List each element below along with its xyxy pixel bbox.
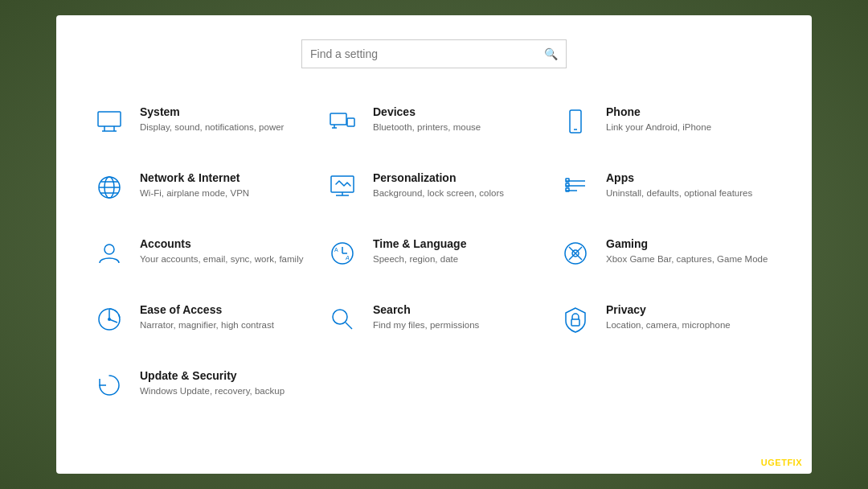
settings-item-update[interactable]: Update & Security Windows Update, recove… [88,364,313,406]
item-title-ease: Ease of Access [140,303,274,316]
item-title-search: Search [373,303,479,316]
item-subtitle-apps: Uninstall, defaults, optional features [606,187,752,199]
item-title-accounts: Accounts [140,237,303,250]
item-text-phone: Phone Link your Android, iPhone [606,105,711,134]
item-subtitle-time: Speech, region, date [373,253,466,265]
svg-rect-23 [566,188,569,191]
personalization-icon [326,171,358,203]
network-icon [93,171,125,203]
item-text-system: System Display, sound, notifications, po… [140,105,284,134]
apps-icon [559,171,592,203]
item-subtitle-ease: Narrator, magnifier, high contrast [140,318,274,331]
item-title-update: Update & Security [140,369,285,382]
item-text-ease: Ease of Access Narrator, magnifier, high… [140,303,274,331]
item-text-gaming: Gaming Xbox Game Bar, captures, Game Mod… [606,237,768,265]
svg-rect-5 [347,118,354,126]
svg-rect-0 [98,112,121,126]
item-subtitle-system: Display, sound, notifications, power [140,121,284,134]
item-title-network: Network & Internet [140,171,249,184]
search-icon: 🔍 [544,47,558,60]
settings-item-privacy[interactable]: Privacy Location, camera, microphone [555,298,780,340]
svg-point-38 [333,310,347,324]
settings-window: 🔍 System Display, sound, notifications, … [56,15,812,474]
settings-item-accounts[interactable]: Accounts Your accounts, email, sync, wor… [88,232,313,274]
item-subtitle-network: Wi-Fi, airplane mode, VPN [140,187,249,199]
item-text-time: Time & Language Speech, region, date [373,237,466,265]
item-title-gaming: Gaming [606,237,768,250]
item-title-apps: Apps [606,171,752,184]
svg-rect-4 [330,113,346,125]
svg-point-37 [108,318,111,321]
item-subtitle-personalization: Background, lock screen, colors [373,187,504,199]
search-bar-container: 🔍 [88,39,780,68]
svg-text:A: A [345,255,350,261]
item-title-devices: Devices [373,105,481,118]
item-subtitle-devices: Bluetooth, printers, mouse [373,121,481,134]
svg-rect-22 [566,183,569,187]
time-icon: AA [326,237,358,269]
item-text-apps: Apps Uninstall, defaults, optional featu… [606,171,752,199]
settings-item-network[interactable]: Network & Internet Wi-Fi, airplane mode,… [88,166,313,208]
item-title-privacy: Privacy [606,303,731,316]
settings-item-time[interactable]: AA Time & Language Speech, region, date [321,232,547,274]
settings-item-phone[interactable]: Phone Link your Android, iPhone [555,101,780,142]
item-title-phone: Phone [606,105,711,118]
settings-item-devices[interactable]: Devices Bluetooth, printers, mouse [321,101,547,142]
search-input[interactable] [310,47,544,60]
item-subtitle-privacy: Location, camera, microphone [606,318,731,331]
item-subtitle-search: Find my files, permissions [373,318,479,331]
item-title-time: Time & Language [373,237,466,250]
gaming-icon [559,237,592,269]
settings-item-search[interactable]: Search Find my files, permissions [321,298,547,340]
watermark-text: UGETFIX [761,458,802,467]
svg-point-24 [104,244,114,254]
item-text-devices: Devices Bluetooth, printers, mouse [373,105,481,134]
devices-icon [326,105,358,138]
svg-rect-21 [566,179,569,182]
svg-line-39 [346,323,352,329]
settings-grid: System Display, sound, notifications, po… [88,101,780,406]
item-text-network: Network & Internet Wi-Fi, airplane mode,… [140,171,249,199]
privacy-icon [559,303,592,335]
item-text-accounts: Accounts Your accounts, email, sync, wor… [140,237,303,265]
item-text-search: Search Find my files, permissions [373,303,479,331]
search-bar[interactable]: 🔍 [301,39,567,68]
settings-item-apps[interactable]: Apps Uninstall, defaults, optional featu… [555,166,780,208]
system-icon [93,105,125,138]
phone-icon [559,105,592,138]
settings-item-personalization[interactable]: Personalization Background, lock screen,… [321,166,547,208]
svg-rect-40 [571,319,579,326]
item-text-privacy: Privacy Location, camera, microphone [606,303,731,331]
settings-item-ease[interactable]: Ease of Access Narrator, magnifier, high… [88,298,313,340]
accounts-icon [93,237,125,269]
ease-icon [93,303,125,335]
settings-item-gaming[interactable]: Gaming Xbox Game Bar, captures, Game Mod… [555,232,780,274]
item-text-personalization: Personalization Background, lock screen,… [373,171,504,199]
settings-item-system[interactable]: System Display, sound, notifications, po… [88,101,313,142]
item-text-update: Update & Security Windows Update, recove… [140,369,285,397]
item-subtitle-update: Windows Update, recovery, backup [140,384,285,397]
item-subtitle-accounts: Your accounts, email, sync, work, family [140,253,303,265]
item-subtitle-phone: Link your Android, iPhone [606,121,711,134]
item-title-system: System [140,105,284,118]
search-icon [326,303,358,335]
item-title-personalization: Personalization [373,171,504,184]
svg-text:A: A [334,247,338,253]
update-icon [93,369,125,401]
item-subtitle-gaming: Xbox Game Bar, captures, Game Mode [606,253,768,265]
